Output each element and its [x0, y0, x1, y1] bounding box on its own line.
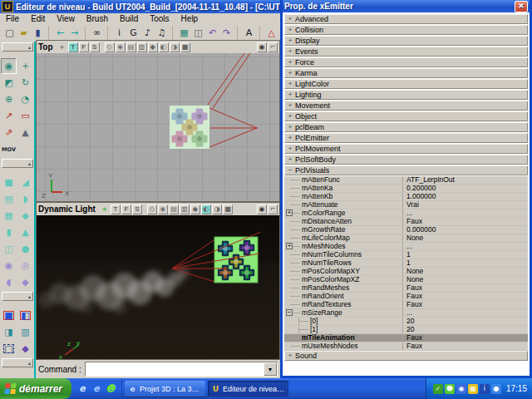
actor-classes-button[interactable]: A: [242, 26, 256, 40]
csg-add-button[interactable]: ■: [1, 308, 17, 323]
vertex-editing-button[interactable]: +: [17, 58, 33, 74]
pushpin-button[interactable]: ⌐: [268, 204, 278, 214]
menu-build[interactable]: Build: [114, 14, 144, 23]
sound-browser-button[interactable]: ♫: [155, 26, 169, 40]
realtime-preview-button[interactable]: ◉: [257, 204, 267, 214]
graphics-utility-tray-icon[interactable]: ▦: [468, 384, 478, 394]
brush-stretch-button[interactable]: ↗: [1, 108, 17, 124]
brush-torus-button[interactable]: ◎: [17, 258, 33, 273]
actor-info-button[interactable]: i: [112, 26, 126, 40]
search-binoculars-button[interactable]: ∞: [90, 26, 104, 40]
brush-sheet-button[interactable]: ◆: [17, 208, 33, 224]
render-mode-bsp-cuts-button[interactable]: ▥: [180, 204, 190, 214]
volume-brush-button[interactable]: ◆: [17, 341, 33, 357]
property-row[interactable]: mDistanceAttenFaux: [284, 218, 528, 226]
task-button-0[interactable]: eProjet 3D : La 3D acc...: [125, 381, 205, 397]
render-mode-texture-usage-button[interactable]: ▤: [126, 42, 136, 52]
category-pclvisuals[interactable]: −PclVisuals: [284, 165, 528, 175]
render-mode-dynamic-light-button[interactable]: ◐: [159, 42, 169, 52]
menu-help[interactable]: Help: [175, 14, 204, 23]
property-row[interactable]: mRandMeshesFaux: [284, 284, 528, 293]
save-button[interactable]: ▮: [31, 26, 45, 40]
top-viewport-header[interactable]: Top⌖TFS◇◈▤▥◆◐◑■◉⌐: [37, 41, 279, 53]
viewport-size-t-button[interactable]: T: [111, 204, 121, 214]
messenger-tray-icon[interactable]: ☻: [445, 384, 455, 394]
new-file-button[interactable]: ▢: [2, 26, 17, 40]
viewport-size-s-button[interactable]: S: [132, 204, 142, 214]
category-object[interactable]: +Object: [284, 111, 528, 121]
menu-edit[interactable]: Edit: [25, 14, 51, 23]
brush-sphere-button[interactable]: ●: [17, 241, 33, 257]
dynamic-light-viewport-canvas[interactable]: yzx: [37, 215, 279, 359]
dynamic-light-viewport-header[interactable]: Dynamic Light⌖TFS◇◈▤▥◆◐◑■◉⌐: [37, 203, 279, 215]
brush-bend-button[interactable]: ◖: [1, 274, 17, 290]
property-row[interactable]: mPosColorMapXZNone: [284, 276, 528, 284]
category-sound[interactable]: +Sound: [284, 351, 528, 361]
render-mode-textured-button[interactable]: ◆: [190, 204, 200, 214]
brush-stairs-button[interactable]: ▤: [1, 191, 17, 207]
property-row[interactable]: mRandOrientFaux: [284, 293, 528, 301]
render-mode-depth-complexity-button[interactable]: ■: [180, 42, 190, 52]
polygon-marquee-button[interactable]: ▭: [17, 108, 33, 124]
category-pclsoftbody[interactable]: +PclSoftBody: [284, 155, 528, 165]
property-row[interactable]: +mColorRange...: [284, 209, 528, 218]
property-row[interactable]: [0]20: [284, 318, 528, 326]
forward-arrow-button[interactable]: →: [67, 26, 81, 40]
category-pclbeam[interactable]: +pclBeam: [284, 122, 528, 132]
toolbox-scroll-up[interactable]: ▴: [2, 42, 33, 52]
property-row[interactable]: mGrowthRate0.000000: [284, 226, 528, 234]
property-row[interactable]: mAttenKa0.200000: [284, 185, 528, 193]
network-tray-icon[interactable]: ●: [491, 384, 501, 394]
open-folder-button[interactable]: ▰: [17, 26, 31, 40]
mesh-browser-button[interactable]: ◫: [191, 26, 205, 40]
realtime-preview-button[interactable]: ◉: [257, 42, 267, 52]
command-input[interactable]: [86, 364, 264, 374]
brush-rotate-button[interactable]: ↻: [17, 75, 33, 91]
property-row[interactable]: mNumTileColumns1: [284, 251, 528, 259]
category-display[interactable]: +Display: [284, 36, 528, 46]
render-mode-wireframe-button[interactable]: ◇: [147, 204, 157, 214]
csg-subtract-button[interactable]: ◧: [17, 308, 33, 323]
viewport-size-f-button[interactable]: F: [121, 204, 131, 214]
toolbox-divider-1[interactable]: ▴: [2, 159, 33, 168]
category-karma[interactable]: +Karma: [284, 68, 528, 78]
category-collision[interactable]: +Collision: [284, 25, 528, 35]
property-row[interactable]: mNumTileRows1: [284, 259, 528, 268]
internet-explorer-icon[interactable]: e: [76, 383, 88, 395]
render-mode-textured-button[interactable]: ◆: [148, 42, 158, 52]
render-mode-depth-complexity-button[interactable]: ■: [223, 204, 233, 214]
render-mode-wireframe-button[interactable]: ◇: [105, 42, 115, 52]
task-button-1[interactable]: UEditeur de niveau - B...: [208, 381, 288, 397]
properties-title-bar[interactable]: Prop. de xEmitter ✕: [283, 0, 530, 12]
property-row[interactable]: +mMeshNodes...: [284, 243, 528, 251]
msn-messenger-icon[interactable]: ☻: [105, 383, 116, 395]
music-browser-button[interactable]: ♪: [140, 26, 155, 40]
top-viewport-canvas[interactable]: YXZ: [37, 53, 279, 201]
property-row[interactable]: mAttenFuncATF_LerpInOut: [284, 176, 528, 185]
toolbox-divider-2[interactable]: ▴: [2, 292, 33, 301]
brush-spiral-stairs-button[interactable]: ◉: [1, 258, 17, 273]
texture-browser-button[interactable]: ▦: [177, 26, 191, 40]
menu-tools[interactable]: Tools: [144, 14, 175, 23]
render-mode-dynamic-light-button[interactable]: ◐: [201, 204, 211, 214]
close-icon[interactable]: ✕: [515, 1, 528, 12]
camera-mode-button[interactable]: ◉: [1, 58, 17, 74]
category-advanced[interactable]: +Advanced: [284, 14, 528, 24]
render-mode-lighting-only-button[interactable]: ◑: [212, 204, 222, 214]
security-center-tray-icon[interactable]: ✓: [433, 384, 443, 394]
start-button[interactable]: démarrer: [0, 378, 71, 399]
volume-tray-icon[interactable]: ◉: [456, 384, 466, 394]
expand-icon[interactable]: +: [286, 209, 293, 216]
property-row[interactable]: [1]20: [284, 326, 528, 334]
render-mode-zone-portal-button[interactable]: ◈: [158, 204, 168, 214]
category-pclmovement[interactable]: +PclMovement: [284, 144, 528, 154]
menu-brush[interactable]: Brush: [81, 14, 114, 23]
property-row[interactable]: mPosColorMapXYNone: [284, 268, 528, 276]
brush-extrude-button[interactable]: ◆: [17, 274, 33, 290]
redo-button[interactable]: ↷: [219, 26, 234, 40]
group-browser-button[interactable]: G: [126, 26, 140, 40]
undo-button[interactable]: ↶: [205, 26, 219, 40]
menu-view[interactable]: View: [51, 14, 81, 23]
property-row[interactable]: mAttenKb1.000000: [284, 193, 528, 201]
render-mode-bsp-cuts-button[interactable]: ▥: [137, 42, 147, 52]
